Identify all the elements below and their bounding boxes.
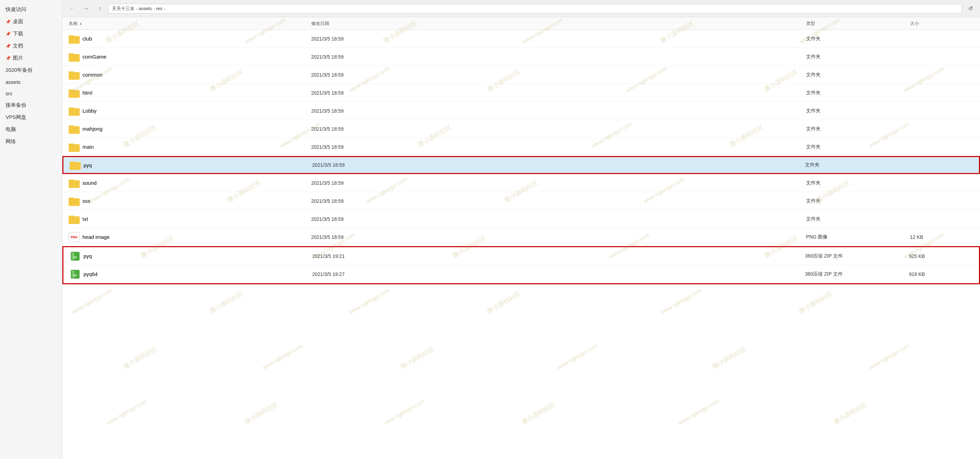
- svg-text:ZIP: ZIP: [73, 256, 77, 259]
- file-modified: 2021/3/5 18:59: [309, 216, 803, 222]
- file-name-cell: pyq: [67, 160, 309, 170]
- svg-text:ZIP: ZIP: [73, 274, 77, 277]
- table-row[interactable]: pyq 2021/3/5 18:59 文件夹: [62, 156, 980, 174]
- breadcrumb-sep2: ›: [153, 6, 154, 11]
- file-size: 919 KB: [906, 271, 975, 277]
- file-kind: 文件夹: [802, 162, 906, 168]
- bottom-red-box: ZIP pyq 2021/3/5 19:21 360压缩 ZIP 文件 925 …: [62, 246, 980, 284]
- folder-icon: [68, 196, 80, 206]
- sidebar-item-order-backup[interactable]: 接单备份: [0, 99, 62, 111]
- file-kind: 文件夹: [803, 144, 907, 150]
- col-header-size[interactable]: 大小: [907, 21, 977, 27]
- folder-icon: [68, 124, 80, 134]
- file-name-cell: mahjong: [66, 124, 309, 134]
- file-name-cell: common: [66, 70, 309, 80]
- file-modified: 2021/3/5 18:59: [309, 90, 803, 96]
- file-name-cell: Lobby: [66, 106, 309, 116]
- table-row[interactable]: PNG head image 2021/3/5 18:59 PNG 图像 12 …: [62, 228, 980, 246]
- table-row[interactable]: ZIP pyq64 2021/3/5 19:27 360压缩 ZIP 文件 91…: [64, 265, 979, 283]
- pin-icon: 📌: [6, 32, 11, 37]
- file-modified: 2021/3/5 18:59: [309, 180, 803, 186]
- file-name-cell: ZIP pyq64: [67, 269, 309, 279]
- file-name-cell: club: [66, 34, 309, 44]
- table-row[interactable]: mahjong 2021/3/5 18:59 文件夹: [62, 120, 980, 138]
- pin-icon: 📌: [6, 44, 11, 49]
- breadcrumb-sep3: ›: [164, 6, 165, 11]
- sidebar-item-network[interactable]: 网络: [0, 135, 62, 148]
- file-name-cell: main: [66, 142, 309, 152]
- file-kind: 360压缩 ZIP 文件: [802, 271, 906, 277]
- table-row[interactable]: club 2021/3/5 18:59 文件夹: [62, 30, 980, 48]
- file-modified: 2021/3/5 19:21: [309, 253, 802, 259]
- file-kind: PNG 图像: [803, 234, 907, 240]
- sidebar-item-downloads[interactable]: 📌 下载: [0, 28, 62, 40]
- toolbar: ← → ↑ 天天十三水 › assets › res › ↺: [62, 0, 980, 18]
- file-area: 名称 ▲ 修改日期 类型 大小 club 2021/3/5 18:59: [62, 18, 980, 459]
- pin-icon: 📌: [6, 56, 11, 61]
- breadcrumb[interactable]: 天天十三水 › assets › res ›: [108, 4, 962, 14]
- sidebar: 快速访问 📌 桌面 📌 下载 📌 文档 📌 图片 2020年备份 assets …: [0, 0, 62, 459]
- back-button[interactable]: ←: [67, 3, 78, 14]
- file-size: 925 KB: [906, 253, 975, 259]
- file-name-cell: sound: [66, 178, 309, 188]
- sidebar-item-desktop[interactable]: 📌 桌面: [0, 16, 62, 28]
- sidebar-item-assets[interactable]: assets: [0, 76, 62, 88]
- table-row[interactable]: comGame 2021/3/5 18:59 文件夹: [62, 48, 980, 66]
- sidebar-item-documents[interactable]: 📌 文档: [0, 40, 62, 52]
- folder-icon: [68, 106, 80, 116]
- sidebar-item-pictures[interactable]: 📌 图片: [0, 52, 62, 64]
- table-row[interactable]: sound 2021/3/5 18:59 文件夹: [62, 174, 980, 192]
- sort-arrow-name: ▲: [79, 21, 83, 25]
- breadcrumb-sep1: ›: [136, 6, 137, 11]
- file-modified: 2021/3/5 18:59: [309, 198, 803, 204]
- file-kind: 文件夹: [803, 198, 907, 204]
- refresh-button[interactable]: ↺: [965, 3, 976, 14]
- table-row[interactable]: Lobby 2021/3/5 18:59 文件夹: [62, 102, 980, 120]
- col-header-modified[interactable]: 修改日期: [309, 21, 803, 27]
- table-row[interactable]: html 2021/3/5 18:59 文件夹: [62, 84, 980, 102]
- file-name-cell: txt: [66, 214, 309, 224]
- file-modified: 2021/3/5 18:59: [309, 144, 803, 150]
- file-kind: 文件夹: [803, 54, 907, 60]
- file-modified: 2021/3/5 18:59: [309, 162, 802, 168]
- forward-button[interactable]: →: [80, 3, 91, 14]
- folder-icon: [68, 178, 80, 188]
- file-name-cell: ZIP pyq: [67, 251, 309, 261]
- sidebar-item-src[interactable]: src: [0, 88, 62, 99]
- column-header: 名称 ▲ 修改日期 类型 大小: [62, 18, 980, 30]
- table-row[interactable]: main 2021/3/5 18:59 文件夹: [62, 138, 980, 156]
- folder-icon: [70, 160, 81, 170]
- file-name-cell: PNG head image: [66, 232, 309, 242]
- file-kind: 文件夹: [803, 126, 907, 132]
- file-modified: 2021/3/5 18:59: [309, 72, 803, 78]
- file-kind: 文件夹: [803, 216, 907, 222]
- folder-icon: [68, 34, 80, 44]
- file-kind: 文件夹: [803, 72, 907, 78]
- file-list: club 2021/3/5 18:59 文件夹 comGame 2021/3/5…: [62, 30, 980, 459]
- file-modified: 2021/3/5 18:59: [309, 54, 803, 60]
- col-header-name[interactable]: 名称 ▲: [66, 21, 309, 27]
- file-modified: 2021/3/5 18:59: [309, 36, 803, 41]
- sidebar-item-vps[interactable]: VPS网盘: [0, 111, 62, 123]
- sidebar-item-quick-access[interactable]: 快速访问: [0, 3, 62, 16]
- table-row[interactable]: sss 2021/3/5 18:59 文件夹: [62, 192, 980, 210]
- folder-icon: [68, 214, 80, 224]
- sidebar-item-backup2020[interactable]: 2020年备份: [0, 64, 62, 76]
- table-row[interactable]: ZIP pyq 2021/3/5 19:21 360压缩 ZIP 文件 925 …: [64, 247, 979, 265]
- file-name-cell: html: [66, 88, 309, 98]
- file-size: 12 KB: [907, 234, 977, 240]
- zip-icon: ZIP: [70, 251, 81, 261]
- file-kind: 文件夹: [803, 108, 907, 114]
- col-header-type[interactable]: 类型: [803, 21, 907, 27]
- folder-icon: [68, 52, 80, 62]
- table-row[interactable]: txt 2021/3/5 18:59 文件夹: [62, 210, 980, 228]
- file-kind: 文件夹: [803, 180, 907, 186]
- breadcrumb-part1: 天天十三水: [112, 6, 134, 12]
- folder-icon: [68, 88, 80, 98]
- sidebar-item-computer[interactable]: 电脑: [0, 123, 62, 135]
- breadcrumb-part3: res: [156, 6, 162, 11]
- up-button[interactable]: ↑: [94, 3, 105, 14]
- table-row[interactable]: common 2021/3/5 18:59 文件夹: [62, 66, 980, 84]
- file-kind: 文件夹: [803, 90, 907, 96]
- zip-icon: ZIP: [70, 269, 81, 279]
